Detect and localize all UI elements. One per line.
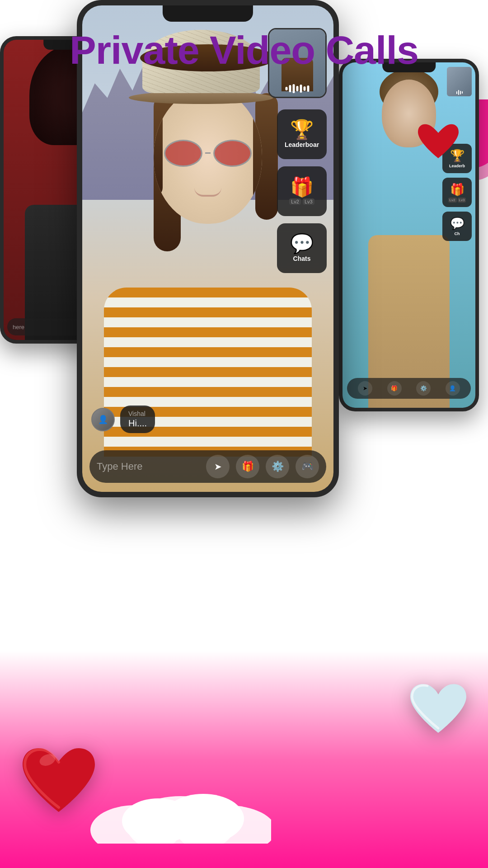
send-button[interactable]: ➤ (206, 455, 230, 478)
settings-button[interactable]: ⚙️ (266, 455, 289, 478)
video-bg: 🏆 Leaderboar 🎁 Lv2 Lv3 💬 Chats (82, 5, 333, 492)
chat-message-text: Hi.... (128, 418, 147, 429)
heart-top-right (416, 122, 461, 165)
heart-bottom-right (407, 681, 470, 741)
heart-bottom-left (18, 744, 99, 823)
audio-wave (286, 84, 310, 93)
cloud-decoration (90, 789, 271, 845)
page-title: Private Video Calls (0, 0, 488, 73)
chat-username: Vishal (128, 410, 147, 417)
right-gift-button[interactable]: 🎁 (387, 381, 402, 396)
phone-right: 🏆 Leaderb 🎁 Lv2 Lv3 💬 Ch ➤ 🎁 (339, 59, 479, 411)
games-button[interactable]: 🎮 (296, 455, 319, 478)
center-sidebar: 🏆 Leaderboar 🎁 Lv2 Lv3 💬 Chats (277, 109, 327, 273)
face-center (154, 88, 262, 224)
right-chest-icon[interactable]: 🎁 Lv2 Lv3 (442, 178, 472, 207)
leaderboard-button[interactable]: 🏆 Leaderboar (277, 109, 327, 159)
chat-message: 👤 Vishal Hi.... (91, 406, 155, 433)
right-chat-icon[interactable]: 💬 Ch (442, 212, 472, 241)
chat-bubble: Vishal Hi.... (120, 406, 155, 433)
right-profile-button[interactable]: 👤 (446, 381, 460, 396)
input-placeholder[interactable]: Type Here (97, 461, 200, 472)
right-send-button[interactable]: ➤ (358, 381, 372, 396)
chat-avatar: 👤 (91, 408, 115, 431)
phone-center: 🏆 Leaderboar 🎁 Lv2 Lv3 💬 Chats (77, 0, 339, 497)
chest-button[interactable]: 🎁 Lv2 Lv3 (277, 166, 327, 216)
input-bar: Type Here ➤ 🎁 ⚙️ 🎮 (89, 450, 326, 483)
chats-button[interactable]: 💬 Chats (277, 223, 327, 273)
svg-point-5 (163, 794, 244, 844)
right-settings-button[interactable]: ⚙️ (416, 381, 431, 396)
right-bottom-bar: ➤ 🎁 ⚙️ 👤 (347, 378, 471, 399)
gift-button[interactable]: 🎁 (236, 455, 259, 478)
right-lv-badges: Lv2 Lv3 (448, 198, 466, 203)
sunglasses (164, 140, 252, 167)
